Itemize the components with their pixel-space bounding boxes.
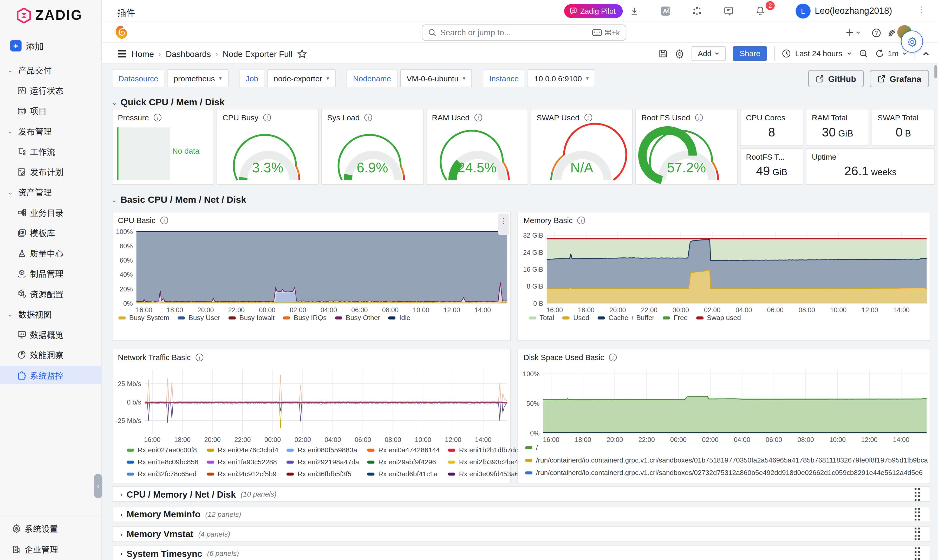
zoom-out-icon[interactable] (859, 49, 868, 58)
info-icon[interactable]: i (263, 114, 271, 122)
info-icon[interactable]: i (154, 114, 161, 122)
user-name[interactable]: Leo(leozhang2018) (815, 5, 892, 15)
legend-item[interactable]: / (525, 444, 928, 451)
sidebar-item[interactable]: 模板库 (0, 224, 101, 242)
legend-item[interactable]: Busy Other (335, 314, 380, 322)
drag-handle-icon[interactable] (915, 488, 920, 500)
collapsed-section-row[interactable]: ›CPU / Memory / Net / Disk(10 panels) (112, 486, 930, 502)
legend-item[interactable]: Cache + Buffer (598, 314, 654, 322)
sidebar-item[interactable]: 质量中心 (0, 244, 101, 262)
download-icon[interactable] (628, 5, 640, 17)
sidebar-footer-item[interactable]: Z系统设置 (0, 519, 101, 537)
legend-item[interactable]: Rx eni2fb393c2be4 (448, 458, 519, 466)
filter-value-dropdown[interactable]: prometheus▾ (167, 69, 228, 87)
legend-item[interactable]: Used (563, 314, 589, 322)
panel-menu-icon[interactable]: ⋮ (498, 214, 509, 235)
legend-item[interactable]: Rx eni1b2b1dfb7dc (448, 446, 519, 454)
legend-item[interactable]: Free (663, 314, 687, 322)
sidebar-item[interactable]: 发布计划 (0, 163, 101, 181)
topbar-kebab-icon[interactable]: ⋮ (917, 5, 925, 14)
add-panel-button[interactable]: Add (692, 46, 726, 61)
floating-settings-button[interactable] (901, 31, 923, 52)
zadig-logo[interactable]: ZADIG (17, 7, 82, 23)
sidebar-item[interactable]: 系统监控 (0, 366, 101, 384)
section-basic[interactable]: ⌄Basic CPU / Mem / Net / Disk (112, 194, 246, 205)
add-button[interactable]: + 添加 (10, 40, 44, 52)
sidebar-item[interactable]: 制品管理 (0, 265, 101, 282)
info-icon[interactable]: i (364, 114, 372, 122)
sidebar-item[interactable]: 运行状态 (0, 82, 101, 99)
menu-icon[interactable] (117, 49, 127, 58)
legend-item[interactable]: Rx eni1fa93c52288 (207, 458, 278, 466)
sidebar-item[interactable]: 数据概览 (0, 326, 101, 343)
legend-item[interactable]: Busy IRQs (283, 314, 326, 322)
collapsed-section-row[interactable]: ›Memory Vmstat(4 panels) (112, 526, 930, 542)
sidebar-collapse-handle[interactable]: ‹ (94, 474, 102, 498)
sidebar-item[interactable]: 业务目录 (0, 203, 101, 221)
star-icon[interactable] (297, 49, 307, 58)
info-icon[interactable]: i (584, 114, 592, 122)
translate-icon[interactable]: A (659, 5, 671, 17)
drag-handle-icon[interactable] (915, 547, 920, 560)
integrations-icon[interactable] (691, 5, 703, 17)
legend-item[interactable]: Busy Iowait (229, 314, 275, 322)
legend-item[interactable]: Rx eni32fc78c65ed (127, 470, 198, 478)
legend-item[interactable]: Rx eni34c912cf5b9 (207, 470, 278, 478)
legend-item[interactable]: Rx eni027ae0c00f8 (127, 446, 198, 454)
breadcrumb-dashboards[interactable]: Dashboards (166, 49, 211, 58)
refresh-icon[interactable]: 1m (875, 49, 907, 58)
sidebar-footer-item[interactable]: 企业管理 (0, 540, 101, 558)
docs-icon[interactable] (723, 5, 735, 17)
user-avatar[interactable]: L (795, 4, 810, 19)
collapsed-section-row[interactable]: ›Memory Meminfo(12 panels) (112, 506, 930, 522)
legend-item[interactable]: Rx eni292198a47da (287, 458, 359, 466)
sidebar-item[interactable]: 工作流 (0, 143, 101, 160)
info-icon[interactable]: i (695, 114, 703, 122)
grafana-link-button[interactable]: Grafana (870, 70, 929, 87)
grafana-logo-icon[interactable] (114, 25, 128, 42)
legend-item[interactable]: Rx eni3ad6bf41c1a (368, 470, 440, 478)
time-range-picker[interactable]: Last 24 hours (782, 49, 852, 58)
add-menu-button[interactable] (845, 25, 861, 40)
legend-item[interactable]: /run/containerd/io.containerd.grpc.v1.cr… (525, 469, 928, 476)
legend-item[interactable]: Rx eni3e09fd453a6 (448, 470, 519, 478)
legend-item[interactable]: Rx eni29abf9f4296 (368, 458, 440, 466)
legend-item[interactable]: Swap used (696, 314, 741, 322)
legend-item[interactable]: Idle (388, 314, 410, 322)
drag-handle-icon[interactable] (915, 528, 920, 540)
legend-item[interactable]: Busy User (178, 314, 220, 322)
legend-item[interactable]: Rx eni0a474286144 (368, 446, 440, 454)
legend-item[interactable]: Rx eni04e76c3cbd4 (207, 446, 278, 454)
drag-handle-icon[interactable] (915, 508, 920, 520)
sidebar-section[interactable]: ⌄数据视图 (0, 305, 101, 323)
sidebar-section[interactable]: ⌄产品交付 (0, 61, 101, 79)
github-link-button[interactable]: GitHub (809, 70, 864, 87)
sidebar-item[interactable]: PM项目 (0, 102, 101, 120)
filter-value-dropdown[interactable]: 10.0.0.6:9100▾ (528, 69, 595, 87)
share-button[interactable]: Share (733, 46, 767, 61)
sidebar-section[interactable]: ⌄资产管理 (0, 183, 101, 201)
search-input[interactable]: Search or jump to... ⌘+k (422, 25, 626, 40)
legend-item[interactable]: Total (529, 314, 554, 322)
dashboard-settings-icon[interactable] (675, 49, 684, 58)
filter-value-dropdown[interactable]: VM-0-6-ubuntu▾ (400, 69, 472, 87)
collapse-header-icon[interactable] (923, 50, 930, 57)
sidebar-item[interactable]: 效能洞察 (0, 346, 101, 364)
legend-item[interactable]: Rx eni080f559883a (287, 446, 359, 454)
legend-item[interactable]: Rx eni1e8c09bc858 (127, 458, 198, 466)
help-icon[interactable]: ? (872, 25, 881, 40)
legend-item[interactable]: Rx eni36fbfb5f3f5 (287, 470, 359, 478)
save-dashboard-icon[interactable] (659, 49, 668, 58)
section-quick[interactable]: ⌄Quick CPU / Mem / Disk (112, 97, 225, 108)
filter-value-dropdown[interactable]: node-exporter▾ (267, 69, 336, 87)
sidebar-item[interactable]: 资源配置 (0, 285, 101, 303)
legend-item[interactable]: Busy System (118, 314, 169, 322)
scrollbar-thumb[interactable] (934, 65, 937, 78)
news-icon[interactable] (887, 25, 896, 40)
zadig-pilot-button[interactable]: AI Zadig Pilot (564, 4, 623, 18)
info-icon[interactable]: i (474, 114, 482, 122)
sidebar-section[interactable]: ⌄发布管理 (0, 122, 101, 140)
legend-item[interactable]: /run/containerd/io.containerd.grpc.v1.cr… (525, 457, 928, 464)
collapsed-section-row[interactable]: ›System Timesync(6 panels) (112, 546, 930, 560)
bell-icon[interactable] (755, 5, 766, 17)
